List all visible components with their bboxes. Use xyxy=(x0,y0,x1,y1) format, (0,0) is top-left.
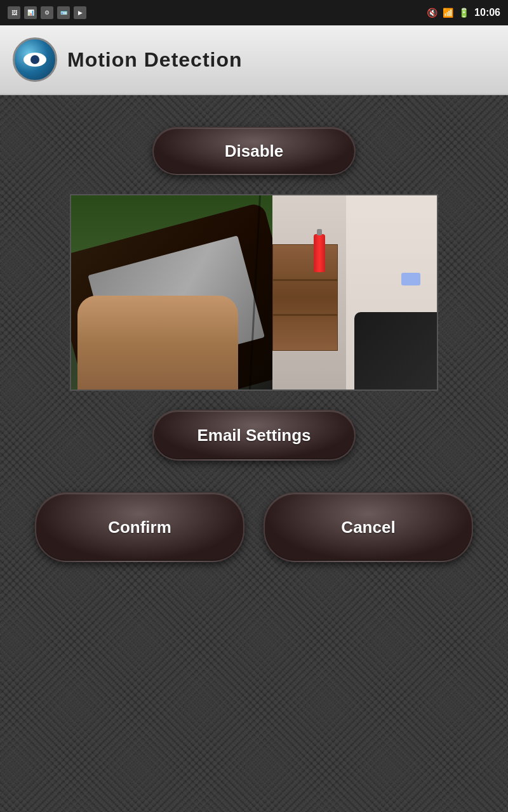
status-time: 10:06 xyxy=(474,7,500,18)
mute-icon: 🔇 xyxy=(427,8,438,18)
cabinet-shelf xyxy=(273,279,338,281)
notification-icons: 🖼 📊 ⚙ 🪪 ▶ xyxy=(8,6,422,19)
chart-icon: 📊 xyxy=(24,6,37,19)
fire-extinguisher xyxy=(314,234,325,272)
dark-object xyxy=(354,312,437,390)
wifi-icon: 📶 xyxy=(443,8,453,18)
email-settings-button[interactable]: Email Settings xyxy=(152,410,356,461)
cabinet xyxy=(272,244,338,351)
app-header: Motion Detection xyxy=(0,25,508,95)
battery-icon: 🔋 xyxy=(458,8,469,18)
preview-right xyxy=(272,195,437,390)
cabinet-shelf2 xyxy=(273,314,338,316)
logo-eye xyxy=(23,53,46,67)
image-icon: 🖼 xyxy=(8,6,20,19)
status-bar: 🖼 📊 ⚙ 🪪 ▶ 🔇 📶 🔋 10:06 xyxy=(0,0,508,25)
blue-highlight xyxy=(401,273,420,285)
cancel-button[interactable]: Cancel xyxy=(264,492,473,562)
camera-preview xyxy=(70,194,438,391)
main-content: Disable Email Settings Co xyxy=(0,95,508,812)
confirm-button[interactable]: Confirm xyxy=(35,492,244,562)
disable-button[interactable]: Disable xyxy=(152,127,356,175)
settings-icon: ⚙ xyxy=(41,6,53,19)
logo-pupil xyxy=(30,55,39,64)
id-icon: 🪪 xyxy=(57,6,70,19)
preview-left xyxy=(71,195,272,390)
play-icon: ▶ xyxy=(74,6,86,19)
bottom-buttons: Confirm Cancel xyxy=(35,492,473,562)
app-logo xyxy=(13,37,57,82)
fire-ext-top xyxy=(317,229,322,235)
page-title: Motion Detection xyxy=(67,48,243,72)
hand-fingers xyxy=(77,296,238,390)
